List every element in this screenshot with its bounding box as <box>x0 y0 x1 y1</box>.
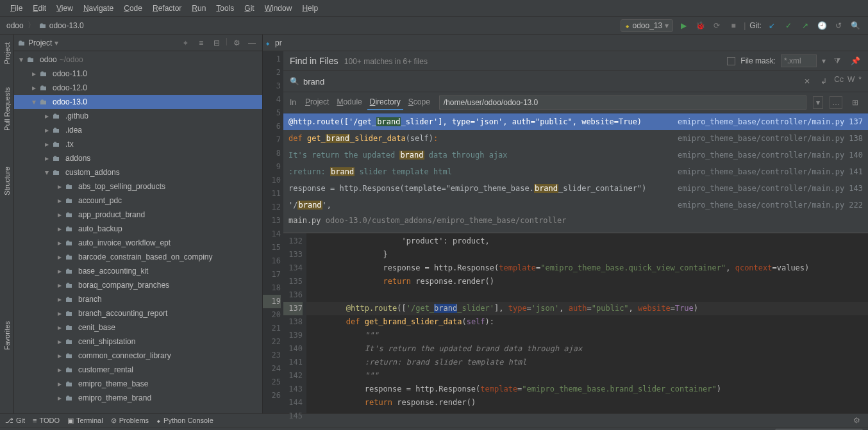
arrow-icon[interactable]: ▸ <box>58 281 65 290</box>
project-panel-title[interactable]: Project <box>28 38 52 47</box>
search-result-row[interactable]: '/brand',emipro_theme_base/controller/ma… <box>283 197 868 213</box>
arrow-icon[interactable]: ▸ <box>58 309 65 318</box>
whole-word-button[interactable]: W <box>847 75 855 88</box>
menu-window[interactable]: Window <box>260 4 297 13</box>
arrow-icon[interactable]: ▸ <box>58 196 65 205</box>
tree-item[interactable]: ▸🖿auto_backup <box>14 222 262 236</box>
search-result-row[interactable]: def get_brand_slider_data(self):emipro_t… <box>283 130 868 147</box>
tree-item[interactable]: ▸🖿app_product_brand <box>14 208 262 222</box>
chevron-down-icon[interactable]: ▾ <box>813 96 823 109</box>
run-button[interactable]: ▶ <box>677 19 690 32</box>
arrow-icon[interactable]: ▸ <box>45 126 53 135</box>
menu-help[interactable]: Help <box>297 4 323 13</box>
search-result-row[interactable]: :return: brand slider template htmlemipr… <box>283 163 868 180</box>
sidebar-tab-pull-requests[interactable]: Pull Requests <box>2 82 12 136</box>
tree-item[interactable]: ▸🖿.tx <box>14 137 262 151</box>
debug-button[interactable]: 🐞 <box>694 19 706 32</box>
settings-icon[interactable]: ⚙ <box>230 37 243 49</box>
search-result-row[interactable]: @http.route(['/get_brand_slider'], type=… <box>283 113 868 130</box>
search-result-row[interactable]: It's return the updated brand data throu… <box>283 147 868 163</box>
tree-root[interactable]: ▾ 🖿 odoo ~/odoo <box>14 53 262 67</box>
tree-item[interactable]: ▸🖿branch_accounting_report <box>14 306 262 320</box>
scope-tab-directory[interactable]: Directory <box>367 95 403 110</box>
code-line[interactable]: def get_brand_slider_data(self): <box>306 315 868 329</box>
pin-icon[interactable]: 📌 <box>849 54 862 67</box>
tree-item[interactable]: ▸🖿abs_top_selling_products <box>14 179 262 194</box>
menu-git[interactable]: Git <box>239 4 259 13</box>
sidebar-tab-favorites[interactable]: Favorites <box>2 316 12 355</box>
filter-icon[interactable]: ⧩ <box>831 54 844 67</box>
chevron-down-icon[interactable]: ▾ <box>54 38 58 47</box>
arrow-icon[interactable]: ▸ <box>58 182 65 191</box>
fif-results-list[interactable]: @http.route(['/get_brand_slider'], type=… <box>283 113 868 233</box>
menu-tools[interactable]: Tools <box>211 4 239 13</box>
arrow-icon[interactable]: ▸ <box>58 393 65 402</box>
menu-code[interactable]: Code <box>119 4 147 13</box>
code-line[interactable]: """ <box>306 369 868 383</box>
tree-item[interactable]: ▸🖿barcode_constrain_based_on_compiny <box>14 250 262 264</box>
regex-button[interactable]: * <box>858 75 862 88</box>
tree-item[interactable]: ▸🖿odoo-12.0 <box>14 81 262 95</box>
arrow-icon[interactable]: ▸ <box>58 252 65 261</box>
arrow-icon[interactable]: ▸ <box>58 379 65 388</box>
sidebar-tab-project[interactable]: Project <box>2 37 12 69</box>
search-result-row[interactable]: response = http.Response(template="emipr… <box>283 180 868 197</box>
run-config-dropdown[interactable]: ⬥ odoo_13 ▾ <box>621 19 673 32</box>
tree-item[interactable]: ▸🖿odoo-11.0 <box>14 67 262 81</box>
tree-item[interactable]: ▸🖿emipro_theme_base <box>14 377 262 391</box>
tree-item[interactable]: ▸🖿boraq_company_branches <box>14 278 262 292</box>
arrow-icon[interactable]: ▸ <box>58 295 65 304</box>
git-revert-button[interactable]: ↺ <box>832 19 845 32</box>
code-line[interactable]: 'product': product, <box>306 235 868 248</box>
arrow-down-icon[interactable]: ▾ <box>19 55 27 64</box>
code-line[interactable]: @http.route(['/get_brand_slider'], type=… <box>306 302 868 315</box>
tree-item[interactable]: ▾🖿odoo-13.0 <box>14 95 262 109</box>
tree-item[interactable]: ▸🖿customer_rental <box>14 363 262 377</box>
menu-edit[interactable]: Edit <box>28 4 51 13</box>
tool-python-console[interactable]: ⬥Python Console <box>156 417 213 424</box>
arrow-icon[interactable]: ▸ <box>45 154 53 163</box>
arrow-icon[interactable]: ▾ <box>32 97 40 106</box>
code-line[interactable]: return response.render() <box>306 275 868 288</box>
tool-git[interactable]: ⎇Git <box>5 417 25 425</box>
arrow-icon[interactable]: ▸ <box>58 238 65 247</box>
code-line[interactable] <box>306 409 868 413</box>
menu-file[interactable]: File <box>5 4 28 13</box>
tree-item[interactable]: ▸🖿auto_invoice_workflow_ept <box>14 236 262 250</box>
sidebar-tab-structure[interactable]: Structure <box>2 161 12 201</box>
collapse-all-icon[interactable]: ⊟ <box>210 37 223 49</box>
tree-item[interactable]: ▸🖿common_connector_library <box>14 349 262 363</box>
select-opened-file-icon[interactable]: ⌖ <box>179 37 192 49</box>
tree-item[interactable]: ▸🖿cenit_shipstation <box>14 335 262 349</box>
scope-tab-module[interactable]: Module <box>334 95 364 110</box>
directory-input[interactable] <box>439 95 806 110</box>
file-mask-checkbox[interactable] <box>727 57 735 65</box>
tree-select-icon[interactable]: ⊞ <box>849 96 862 109</box>
code-line[interactable]: :return: brand slider template html <box>306 356 868 369</box>
code-line[interactable]: response = http.Response(template="emipr… <box>306 383 868 396</box>
arrow-icon[interactable]: ▾ <box>45 168 53 177</box>
stop-button[interactable]: ■ <box>727 19 740 32</box>
git-push-button[interactable]: ↗ <box>799 19 812 32</box>
arrow-icon[interactable]: ▸ <box>45 140 53 149</box>
tool-todo[interactable]: ≡TODO <box>33 417 60 424</box>
arrow-icon[interactable]: ▸ <box>58 267 65 276</box>
code-line[interactable]: It's return the updated brand data throu… <box>306 342 868 356</box>
project-tree[interactable]: ▾ 🖿 odoo ~/odoo ▸🖿odoo-11.0▸🖿odoo-12.0▾🖿… <box>14 51 262 413</box>
code-line[interactable] <box>306 288 868 302</box>
chevron-down-icon[interactable]: ▾ <box>822 56 826 65</box>
clear-search-icon[interactable]: ✕ <box>801 75 814 88</box>
code-line[interactable]: } <box>306 248 868 261</box>
tree-item[interactable]: ▾🖿custom_addons <box>14 165 262 179</box>
project-dropdown-icon[interactable]: 🖿 <box>18 38 26 47</box>
tree-item[interactable]: ▸🖿account_pdc <box>14 194 262 208</box>
arrow-icon[interactable]: ▸ <box>58 210 65 219</box>
menu-refactor[interactable]: Refactor <box>147 4 187 13</box>
arrow-icon[interactable]: ▸ <box>45 112 53 120</box>
tree-item[interactable]: ▸🖿base_accounting_kit <box>14 264 262 278</box>
tree-item[interactable]: ▸🖿emipro_theme_brand <box>14 391 262 405</box>
file-mask-input[interactable] <box>781 54 817 67</box>
tool-terminal[interactable]: ▣Terminal <box>67 417 103 425</box>
arrow-icon[interactable]: ▸ <box>58 323 65 332</box>
tree-item[interactable]: ▸🖿.idea <box>14 123 262 137</box>
